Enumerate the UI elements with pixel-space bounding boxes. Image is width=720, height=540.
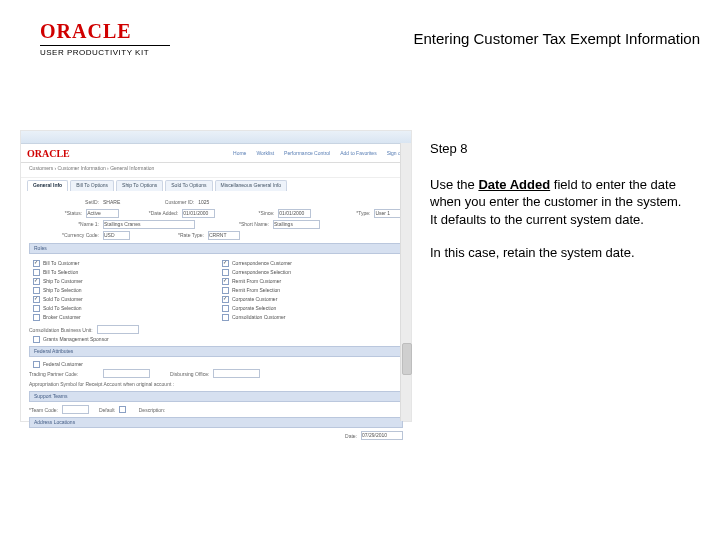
app-logo: ORACLE [27, 148, 70, 159]
checkbox-icon[interactable] [33, 305, 40, 312]
section-roles: Roles [29, 243, 403, 254]
app-topbar: ORACLE Home Worklist Performance Control… [21, 144, 411, 163]
role-item: Remit From Customer [232, 278, 281, 284]
step-label: Step 8 [430, 140, 690, 158]
federal-customer: Federal Customer [43, 361, 83, 367]
status-label: *Status: [29, 210, 82, 216]
checkbox-icon[interactable] [33, 260, 40, 267]
checkbox-icon[interactable] [33, 287, 40, 294]
instr-field-name: Date Added [478, 177, 550, 192]
setid-value: SHARE [103, 199, 120, 205]
status-input[interactable]: Active [86, 209, 118, 218]
role-item: Corporate Customer [232, 296, 277, 302]
brand-subtitle: USER PRODUCTIVITY KIT [40, 48, 170, 57]
checkbox-icon[interactable] [222, 260, 229, 267]
default-label: Default [99, 407, 115, 413]
currency-label: *Currency Code: [29, 232, 99, 238]
checkbox-icon[interactable] [222, 287, 229, 294]
roles-left: Bill To Customer Bill To Selection Ship … [33, 259, 210, 322]
teamcode-label: *Team Code: [29, 407, 58, 413]
since-input[interactable]: 01/01/2000 [278, 209, 310, 218]
checkbox-icon[interactable] [33, 296, 40, 303]
role-item: Ship To Selection [43, 287, 82, 293]
checkbox-icon[interactable] [119, 406, 126, 413]
type-input[interactable]: User 1 [374, 209, 403, 218]
brand-divider [40, 45, 170, 46]
checkbox-icon[interactable] [222, 278, 229, 285]
gm-sponsor: Grants Management Sponsor [43, 336, 109, 342]
shortname-input[interactable]: Stallings [273, 220, 320, 229]
tpc-label: Trading Partner Code: [29, 371, 99, 377]
brand-block: ORACLE USER PRODUCTIVITY KIT [40, 20, 170, 57]
section-federal: Federal Attributes [29, 346, 403, 357]
role-item: Sold To Customer [43, 296, 83, 302]
checkbox-icon[interactable] [33, 336, 40, 343]
checkbox-icon[interactable] [222, 296, 229, 303]
currency-input[interactable]: USD [103, 231, 130, 240]
checkbox-icon[interactable] [33, 269, 40, 276]
role-item: Bill To Selection [43, 269, 78, 275]
date-added-label: *Date Added: [133, 210, 179, 216]
role-item: Corporate Selection [232, 305, 276, 311]
role-item: Remit From Selection [232, 287, 280, 293]
since-label: *Since: [229, 210, 275, 216]
roles-columns: Bill To Customer Bill To Selection Ship … [29, 257, 403, 324]
name1-input[interactable]: Stallings Cranes [103, 220, 195, 229]
nav-favorites[interactable]: Add to Favorites [340, 150, 376, 156]
setid-label: SetID: [29, 199, 99, 205]
roles-right: Correspondence Customer Correspondence S… [222, 259, 399, 322]
instr-p1-a: Use the [430, 177, 478, 192]
checkbox-icon[interactable] [33, 314, 40, 321]
window-titlebar [21, 131, 411, 144]
description-label: Description: [139, 407, 165, 413]
tab-row: General Info Bill To Options Ship To Opt… [21, 178, 411, 191]
tab-misc[interactable]: Miscellaneous General Info [215, 180, 288, 191]
name1-label: *Name 1: [29, 221, 99, 227]
tab-sold-to[interactable]: Sold To Options [165, 180, 212, 191]
tpc-input[interactable] [103, 369, 150, 378]
scrollbar-thumb[interactable] [402, 343, 412, 375]
section-address: Address Locations [29, 417, 403, 428]
checkbox-icon[interactable] [33, 278, 40, 285]
addr-date-label: Date: [345, 433, 357, 439]
role-item: Broker Customer [43, 314, 81, 320]
checkbox-icon[interactable] [222, 269, 229, 276]
checkbox-icon[interactable] [33, 361, 40, 368]
date-added-input[interactable]: 01/01/2000 [182, 209, 214, 218]
role-item: Ship To Customer [43, 278, 83, 284]
top-nav-links: Home Worklist Performance Control Add to… [100, 150, 405, 156]
vertical-scrollbar[interactable] [400, 143, 411, 421]
app-screenshot: ORACLE Home Worklist Performance Control… [20, 130, 412, 422]
cons-bu-input[interactable] [97, 325, 139, 334]
teamcode-input[interactable] [62, 405, 89, 414]
role-item: Bill To Customer [43, 260, 79, 266]
form-area: SetID: SHARE Customer ID: 1025 *Status: … [21, 191, 411, 447]
addr-date-input[interactable]: 07/29/2010 [361, 431, 403, 440]
tab-bill-to[interactable]: Bill To Options [70, 180, 114, 191]
page-title: Entering Customer Tax Exempt Information [413, 30, 700, 47]
instruction-paragraph-2: In this case, retain the system date. [430, 244, 690, 262]
nav-home[interactable]: Home [233, 150, 246, 156]
role-item: Correspondence Selection [232, 269, 291, 275]
tab-general-info[interactable]: General Info [27, 180, 68, 191]
nav-worklist[interactable]: Worklist [256, 150, 274, 156]
section-support: Support Teams [29, 391, 403, 402]
cons-bu-label: Consolidation Business Unit: [29, 327, 93, 333]
disb-label: Disbursing Office: [170, 371, 209, 377]
custid-value: 1025 [198, 199, 209, 205]
nav-perf[interactable]: Performance Control [284, 150, 330, 156]
role-item: Correspondence Customer [232, 260, 292, 266]
ratetype-label: *Rate Type: [144, 232, 204, 238]
instruction-paragraph-1: Use the Date Added field to enter the da… [430, 176, 690, 229]
breadcrumb: Customers › Customer Information › Gener… [21, 163, 411, 178]
checkbox-icon[interactable] [222, 305, 229, 312]
checkbox-icon[interactable] [222, 314, 229, 321]
disb-input[interactable] [213, 369, 260, 378]
shortname-label: *Short Name: [209, 221, 269, 227]
type-label: *Type: [325, 210, 371, 216]
ratetype-input[interactable]: CRRNT [208, 231, 240, 240]
instruction-panel: Step 8 Use the Date Added field to enter… [430, 140, 690, 278]
tab-ship-to[interactable]: Ship To Options [116, 180, 163, 191]
oracle-logo: ORACLE [40, 20, 170, 43]
role-item: Consolidation Customer [232, 314, 285, 320]
